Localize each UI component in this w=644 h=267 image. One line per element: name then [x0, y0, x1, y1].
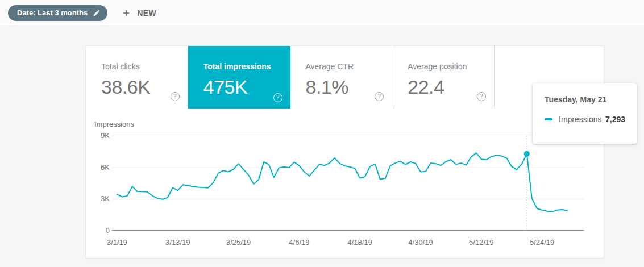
card-label: Average position: [408, 62, 494, 71]
impressions-line-chart[interactable]: [112, 136, 584, 231]
help-icon[interactable]: ?: [273, 93, 282, 102]
help-icon[interactable]: ?: [171, 92, 180, 101]
card-total-impressions[interactable]: Total impressions 475K ?: [188, 46, 290, 109]
filter-bar: Date: Last 3 months NEW: [0, 0, 644, 26]
x-tick: 5/12/19: [469, 238, 493, 247]
y-tick-9k: 9K: [86, 131, 110, 140]
x-tick: 4/6/19: [289, 238, 309, 247]
plus-icon: [121, 8, 131, 18]
x-tick: 5/24/19: [530, 238, 554, 247]
card-label: Average CTR: [306, 62, 392, 71]
metric-cards-row: Total clicks 38.6K ? Total impressions 4…: [86, 46, 495, 107]
new-filter-button[interactable]: NEW: [121, 8, 156, 18]
tooltip-series-row: Impressions 7,293: [545, 115, 625, 124]
x-tick: 3/1/19: [107, 238, 127, 247]
card-average-ctr[interactable]: Average CTR 8.1% ?: [290, 46, 393, 107]
date-filter-chip[interactable]: Date: Last 3 months: [8, 5, 107, 21]
impressions-series-swatch-icon: [545, 118, 552, 120]
chart-tooltip: Tuesday, May 21 Impressions 7,293: [533, 83, 637, 144]
y-tick-3k: 3K: [86, 194, 110, 203]
y-tick-0: 0: [86, 226, 110, 235]
tooltip-date: Tuesday, May 21: [545, 95, 625, 104]
search-console-performance-screen: Date: Last 3 months NEW Total clicks 38.…: [0, 0, 644, 267]
new-filter-label: NEW: [137, 9, 156, 18]
tooltip-series-label: Impressions: [559, 115, 601, 124]
card-average-position[interactable]: Average position 22.4 ?: [392, 46, 495, 107]
performance-panel: Total clicks 38.6K ? Total impressions 4…: [85, 45, 604, 258]
card-label: Total clicks: [101, 62, 188, 71]
x-tick: 3/25/19: [226, 238, 251, 247]
help-icon[interactable]: ?: [477, 92, 486, 101]
x-tick: 4/18/19: [348, 238, 372, 247]
impressions-series-line: [117, 153, 567, 212]
x-tick: 4/30/19: [408, 238, 433, 247]
chart-axis-title: Impressions: [94, 120, 134, 128]
x-tick: 3/13/19: [165, 238, 190, 247]
edit-pencil-icon: [93, 9, 101, 17]
card-total-clicks[interactable]: Total clicks 38.6K ?: [86, 46, 188, 107]
date-filter-label: Date: Last 3 months: [17, 9, 88, 17]
highlighted-point: [524, 151, 530, 157]
help-icon[interactable]: ?: [375, 92, 384, 101]
card-label: Total impressions: [203, 62, 290, 71]
tooltip-series-value: 7,293: [605, 115, 625, 124]
y-tick-6k: 6K: [86, 163, 110, 172]
